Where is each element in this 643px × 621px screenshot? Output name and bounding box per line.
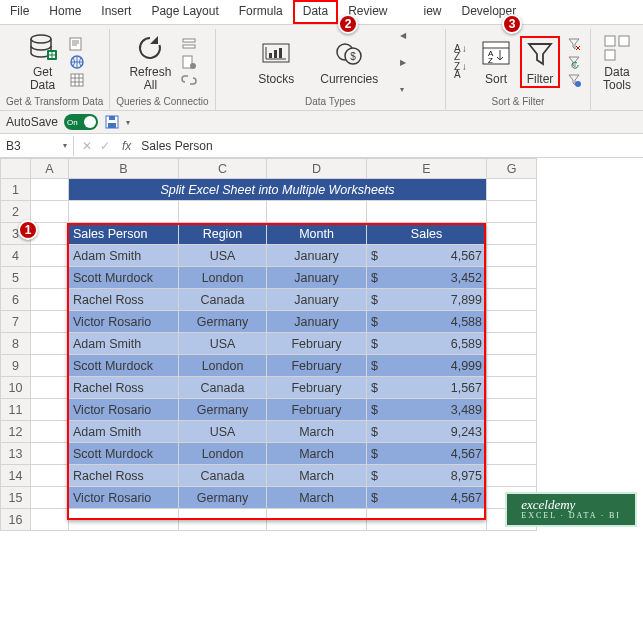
table-cell[interactable]: 7,899 xyxy=(397,289,487,311)
tab-page-layout[interactable]: Page Layout xyxy=(141,0,228,24)
table-cell[interactable]: March xyxy=(267,421,367,443)
table-cell[interactable]: February xyxy=(267,377,367,399)
table-cell[interactable]: Germany xyxy=(179,487,267,509)
col-header[interactable]: G xyxy=(487,159,537,179)
table-cell[interactable]: January xyxy=(267,311,367,333)
table-cell[interactable]: $ xyxy=(367,333,397,355)
name-box[interactable]: B3▾ xyxy=(0,136,74,156)
table-cell[interactable]: $ xyxy=(367,355,397,377)
table-cell[interactable]: February xyxy=(267,333,367,355)
table-cell[interactable]: $ xyxy=(367,399,397,421)
table-cell[interactable]: Victor Rosario xyxy=(69,311,179,333)
autosave-toggle[interactable]: On xyxy=(64,114,98,130)
table-cell[interactable]: March xyxy=(267,443,367,465)
table-cell[interactable]: Germany xyxy=(179,399,267,421)
table-cell[interactable]: $ xyxy=(367,421,397,443)
table-header[interactable]: Region xyxy=(179,223,267,245)
datatypes-right-icon[interactable]: ▶ xyxy=(400,58,406,67)
table-cell[interactable]: 8,975 xyxy=(397,465,487,487)
tab-formulas[interactable]: Formula xyxy=(229,0,293,24)
table-header[interactable]: Month xyxy=(267,223,367,245)
table-cell[interactable]: Scott Murdock xyxy=(69,355,179,377)
tab-insert[interactable]: Insert xyxy=(91,0,141,24)
table-header[interactable]: Sales xyxy=(367,223,487,245)
table-cell[interactable]: 1,567 xyxy=(397,377,487,399)
table-cell[interactable]: February xyxy=(267,399,367,421)
row-header[interactable]: 16 xyxy=(1,509,31,531)
table-cell[interactable]: January xyxy=(267,267,367,289)
worksheet-grid[interactable]: A B C D E G 1Split Excel Sheet into Mult… xyxy=(0,158,643,531)
table-cell[interactable]: Adam Smith xyxy=(69,421,179,443)
table-cell[interactable]: March xyxy=(267,487,367,509)
table-cell[interactable]: $ xyxy=(367,443,397,465)
queries-extras[interactable] xyxy=(179,34,199,90)
row-header[interactable]: 5 xyxy=(1,267,31,289)
table-cell[interactable]: $ xyxy=(367,487,397,509)
stocks-button[interactable]: Stocks xyxy=(254,36,298,88)
col-header[interactable]: D xyxy=(267,159,367,179)
qat-more-icon[interactable]: ▾ xyxy=(126,118,130,127)
table-cell[interactable]: Canada xyxy=(179,377,267,399)
table-cell[interactable]: $ xyxy=(367,311,397,333)
table-cell[interactable]: $ xyxy=(367,245,397,267)
get-data-extras[interactable] xyxy=(67,34,87,90)
tab-data[interactable]: Data xyxy=(293,0,338,24)
table-cell[interactable]: USA xyxy=(179,333,267,355)
row-header[interactable]: 11 xyxy=(1,399,31,421)
table-cell[interactable]: Adam Smith xyxy=(69,245,179,267)
table-cell[interactable]: Canada xyxy=(179,289,267,311)
filter-extras[interactable] xyxy=(564,34,584,90)
row-header[interactable]: 4 xyxy=(1,245,31,267)
col-header[interactable]: B xyxy=(69,159,179,179)
select-all-corner[interactable] xyxy=(1,159,31,179)
table-cell[interactable]: 4,567 xyxy=(397,443,487,465)
filter-button[interactable]: Filter xyxy=(520,36,560,88)
table-cell[interactable]: January xyxy=(267,289,367,311)
col-header[interactable]: C xyxy=(179,159,267,179)
table-cell[interactable]: 4,588 xyxy=(397,311,487,333)
currencies-button[interactable]: $ Currencies xyxy=(316,36,382,88)
table-cell[interactable]: 4,999 xyxy=(397,355,487,377)
sort-az-buttons[interactable]: AZ↓ ZA↓ xyxy=(452,43,472,81)
get-data-button[interactable]: Get Data xyxy=(23,30,63,94)
table-cell[interactable]: Canada xyxy=(179,465,267,487)
datatypes-left-icon[interactable]: ◀ xyxy=(400,31,406,40)
fx-icon[interactable]: fx xyxy=(118,139,135,153)
row-header[interactable]: 15 xyxy=(1,487,31,509)
table-cell[interactable]: London xyxy=(179,355,267,377)
table-cell[interactable]: $ xyxy=(367,377,397,399)
title-cell[interactable]: Split Excel Sheet into Multiple Workshee… xyxy=(69,179,487,201)
table-cell[interactable]: $ xyxy=(367,465,397,487)
row-header[interactable]: 9 xyxy=(1,355,31,377)
table-cell[interactable]: February xyxy=(267,355,367,377)
table-cell[interactable]: $ xyxy=(367,289,397,311)
tab-file[interactable]: File xyxy=(0,0,39,24)
save-icon[interactable] xyxy=(104,114,120,130)
table-cell[interactable]: 6,589 xyxy=(397,333,487,355)
table-cell[interactable]: London xyxy=(179,267,267,289)
col-header[interactable]: E xyxy=(367,159,487,179)
table-cell[interactable]: 3,489 xyxy=(397,399,487,421)
data-tools-button[interactable]: Data Tools xyxy=(597,30,637,94)
enter-formula-icon[interactable]: ✓ xyxy=(100,139,110,153)
table-cell[interactable]: London xyxy=(179,443,267,465)
table-cell[interactable]: Rachel Ross xyxy=(69,289,179,311)
tab-home[interactable]: Home xyxy=(39,0,91,24)
table-cell[interactable]: Scott Murdock xyxy=(69,267,179,289)
row-header[interactable]: 12 xyxy=(1,421,31,443)
table-cell[interactable]: Victor Rosario xyxy=(69,487,179,509)
col-header[interactable]: A xyxy=(31,159,69,179)
table-cell[interactable]: Adam Smith xyxy=(69,333,179,355)
table-cell[interactable]: Scott Murdock xyxy=(69,443,179,465)
table-cell[interactable]: January xyxy=(267,245,367,267)
cancel-formula-icon[interactable]: ✕ xyxy=(82,139,92,153)
sort-button[interactable]: AZ Sort xyxy=(476,36,516,88)
table-cell[interactable]: Germany xyxy=(179,311,267,333)
table-cell[interactable]: Rachel Ross xyxy=(69,465,179,487)
table-cell[interactable]: Rachel Ross xyxy=(69,377,179,399)
row-header[interactable]: 13 xyxy=(1,443,31,465)
table-cell[interactable]: USA xyxy=(179,245,267,267)
row-header[interactable]: 6 xyxy=(1,289,31,311)
table-header[interactable]: Sales Person xyxy=(69,223,179,245)
row-header[interactable]: 14 xyxy=(1,465,31,487)
